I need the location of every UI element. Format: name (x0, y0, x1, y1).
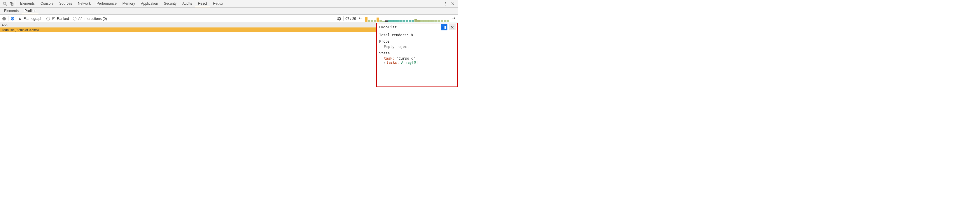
commit-bar[interactable] (403, 20, 406, 22)
commit-bar[interactable] (414, 19, 417, 22)
props-empty-text: Empty object (379, 45, 455, 49)
commit-bar[interactable] (441, 20, 443, 22)
svg-rect-1 (10, 2, 12, 5)
commit-bar[interactable] (444, 20, 446, 22)
tab-security[interactable]: Security (161, 0, 180, 7)
commit-bar[interactable] (365, 17, 368, 22)
details-header: TodoList (377, 23, 457, 31)
next-commit-button[interactable] (451, 16, 456, 21)
ranked-icon (51, 16, 56, 21)
tab-label: React (198, 2, 207, 6)
inspect-icon[interactable] (3, 2, 8, 6)
flame-icon (18, 16, 22, 21)
commit-bar[interactable] (409, 20, 411, 22)
tab-sources[interactable]: Sources (56, 0, 75, 7)
commit-bar[interactable] (420, 20, 423, 22)
tab-redux[interactable]: Redux (210, 0, 226, 7)
total-renders-row: Total renders: 8 (379, 33, 455, 37)
react-subtab-bar: Elements Profiler (0, 8, 458, 14)
details-body: Total renders: 8 Props Empty object Stat… (377, 31, 457, 67)
profiler-settings-icon[interactable] (337, 16, 342, 21)
state-value: Array[0] (401, 61, 418, 64)
tab-label: Sources (59, 2, 72, 6)
tab-react[interactable]: React (195, 0, 210, 7)
flame-label: TodoList (0.2ms of 0.3ms) (2, 28, 39, 32)
commit-bar[interactable] (426, 20, 429, 22)
commit-bar[interactable] (394, 20, 397, 22)
view-label: Interactions (0) (83, 17, 107, 21)
tab-label: Memory (123, 2, 135, 6)
subtab-label: Elements (4, 9, 19, 13)
tab-label: Application (141, 2, 158, 6)
subtab-elements[interactable]: Elements (1, 8, 22, 14)
commit-bar[interactable] (385, 21, 388, 22)
flamegraph-pane: App TodoList (0.2ms of 0.3ms) (0, 23, 376, 87)
tab-audits[interactable]: Audits (180, 0, 195, 7)
state-key: tasks (387, 61, 397, 64)
tab-label: Audits (182, 2, 192, 6)
interactions-icon (78, 16, 82, 21)
tab-label: Console (41, 2, 53, 6)
tab-performance[interactable]: Performance (94, 0, 119, 7)
state-section-title: State (379, 51, 455, 55)
commit-bar[interactable] (432, 20, 434, 22)
kebab-menu-icon[interactable] (443, 2, 448, 6)
commit-bar[interactable] (371, 20, 373, 22)
commit-bar[interactable] (391, 20, 394, 22)
tab-elements[interactable]: Elements (17, 0, 38, 7)
tab-network[interactable]: Network (75, 0, 94, 7)
state-tasks-row[interactable]: tasks: Array[0] (379, 61, 455, 64)
view-ranked[interactable]: Ranked (45, 16, 70, 21)
state-value: "Curso d" (396, 56, 415, 61)
commit-bar[interactable] (397, 20, 399, 22)
svg-rect-7 (444, 26, 444, 29)
tab-label: Security (164, 2, 177, 6)
chart-toggle-button[interactable] (441, 24, 447, 30)
commit-bar[interactable] (374, 20, 376, 22)
commit-bar[interactable] (377, 18, 379, 22)
flame-row-app[interactable]: App (0, 23, 376, 27)
tab-application[interactable]: Application (138, 0, 161, 7)
svg-point-5 (445, 5, 446, 5)
view-flamegraph[interactable]: Flamegraph (17, 16, 43, 21)
reload-profile-button[interactable] (10, 16, 15, 21)
commit-bar[interactable] (406, 20, 408, 22)
svg-point-4 (445, 3, 446, 4)
subtab-profiler[interactable]: Profiler (22, 8, 38, 14)
tab-console[interactable]: Console (38, 0, 56, 7)
flame-row-todolist[interactable]: TodoList (0.2ms of 0.3ms) (0, 27, 376, 32)
tab-label: Performance (97, 2, 117, 6)
expand-icon[interactable] (384, 62, 385, 64)
flame-label: App (2, 23, 8, 27)
commit-bar[interactable] (438, 20, 441, 22)
props-section-title: Props (379, 39, 455, 43)
commit-bar[interactable] (388, 20, 391, 22)
details-component-name: TodoList (379, 25, 439, 29)
commit-bar-chart[interactable] (365, 16, 449, 22)
total-renders-label: Total renders: (379, 33, 409, 37)
commit-bar[interactable] (379, 20, 382, 22)
view-label: Flamegraph (24, 17, 42, 21)
device-toggle-icon[interactable] (10, 2, 14, 6)
commit-bar[interactable] (423, 20, 426, 22)
close-details-button[interactable] (449, 24, 456, 30)
commit-bar[interactable] (412, 20, 414, 22)
close-devtools-icon[interactable] (450, 2, 455, 6)
prev-commit-button[interactable] (358, 16, 363, 21)
commit-bar[interactable] (382, 21, 385, 22)
view-interactions[interactable]: Interactions (0) (72, 16, 108, 21)
commit-bar[interactable] (368, 20, 371, 22)
record-button[interactable] (2, 16, 6, 21)
commit-bar[interactable] (417, 20, 420, 22)
commit-bar[interactable] (429, 20, 432, 22)
subtab-label: Profiler (24, 9, 36, 13)
commit-bar[interactable] (400, 20, 402, 22)
state-task-row: task: "Curso d" (379, 56, 455, 61)
commit-bar[interactable] (447, 20, 449, 22)
commit-counter: 07 / 29 (345, 17, 356, 21)
svg-rect-8 (445, 26, 445, 29)
commit-bar[interactable] (435, 20, 438, 22)
total-renders-value: 8 (410, 33, 413, 37)
profiler-toolbar: Flamegraph Ranked Interactions (0) 07 / … (0, 14, 458, 23)
tab-memory[interactable]: Memory (119, 0, 138, 7)
